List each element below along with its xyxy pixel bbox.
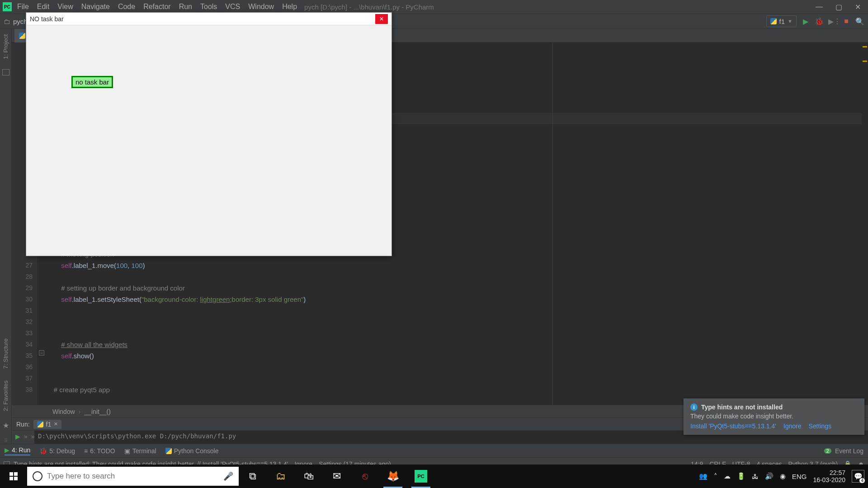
stop-button[interactable]: ■ [842, 17, 851, 25]
project-tool-tab[interactable]: 1: Project [2, 33, 9, 61]
system-tray: 👥 ˄ ☁ 🔋 🖧 🔊 ◉ ENG 22:5716-03-2020 💬4 [699, 469, 868, 483]
debug-button[interactable]: 🐞 [815, 17, 824, 26]
tool-todo[interactable]: ≡6: TODO [84, 447, 115, 455]
menu-tools[interactable]: Tools [200, 3, 217, 11]
notif-title: Type hints are not installed [701, 404, 783, 411]
favorites-tool-tab[interactable]: 2: Favorites [2, 379, 9, 413]
breadcrumb-root[interactable]: pych [13, 18, 28, 25]
menu-edit[interactable]: Edit [37, 3, 50, 11]
taskbar-mail[interactable]: ✉ [323, 465, 351, 488]
search-input[interactable] [47, 472, 219, 481]
cortana-icon [33, 471, 42, 481]
pycharm-icon: PC [3, 2, 12, 11]
taskbar-store[interactable]: 🛍 [295, 465, 323, 488]
menu-help[interactable]: Help [282, 3, 297, 11]
close-icon[interactable]: ✕ [855, 3, 861, 11]
taskbar-firefox[interactable]: 🦊 [379, 465, 407, 488]
tool-debug[interactable]: 🐞5: Debug [39, 447, 75, 455]
fold-marker[interactable]: – [39, 350, 44, 356]
taskbar-file-explorer[interactable]: 🗂 [267, 465, 295, 488]
crumb-func[interactable]: __init__() [84, 408, 110, 415]
tool-event-log[interactable]: Event Log [835, 447, 863, 455]
notif-install-link[interactable]: Install 'PyQt5-stubs==5.13.1.4' [690, 422, 776, 430]
taskbar-app[interactable]: ⎋ [351, 465, 379, 488]
dialog-close-button[interactable]: ✕ [375, 14, 388, 24]
tray-volume-icon[interactable]: 🔊 [765, 472, 774, 480]
menu-vcs[interactable]: VCS [225, 3, 240, 11]
search-everywhere-button[interactable]: 🔍 [855, 17, 864, 26]
run-button[interactable]: ▶ [801, 17, 810, 26]
task-view-button[interactable]: ⧉ [239, 465, 267, 488]
tool-terminal[interactable]: ▣Terminal [124, 447, 156, 455]
run-config-name: f1 [779, 18, 785, 25]
menu-refactor[interactable]: Refactor [143, 3, 170, 11]
tray-language[interactable]: ENG [792, 473, 807, 480]
qt-dialog[interactable]: NO task bar ✕ no task bar [26, 12, 392, 256]
tool-run[interactable]: ▶4: Run [5, 446, 30, 455]
pycharm-icon: PC [415, 470, 427, 483]
star-icon: ★ [3, 421, 9, 430]
run-tab[interactable]: f1 ✕ [33, 420, 62, 429]
more-icon[interactable]: » [24, 433, 28, 440]
chevron-down-icon: ▼ [788, 19, 793, 24]
tray-onedrive-icon[interactable]: ☁ [724, 472, 731, 480]
tray-battery-icon[interactable]: 🔋 [737, 472, 745, 480]
mic-icon[interactable]: 🎤 [223, 471, 233, 481]
tray-network-icon[interactable]: 🖧 [752, 473, 759, 480]
tray-chevron-up-icon[interactable]: ˄ [714, 472, 717, 480]
structure-tool-tab[interactable]: 7: Structure [2, 337, 9, 371]
windows-taskbar: 🎤 ⧉ 🗂 🛍 ✉ ⎋ 🦊 PC 👥 ˄ ☁ 🔋 🖧 🔊 ◉ ENG 22:57… [0, 465, 868, 488]
python-file-icon [19, 33, 25, 39]
rerun-button[interactable]: ▶ [15, 433, 20, 440]
python-icon [37, 421, 43, 427]
tab-close-icon[interactable]: ✕ [54, 421, 58, 427]
tray-people-icon[interactable]: 👥 [699, 472, 708, 480]
bottom-tool-strip: ▶4: Run 🐞5: Debug ≡6: TODO ▣Terminal Pyt… [0, 444, 868, 457]
window-title: pych [D:\pych] - ...\bhuvan\f1.py - PyCh… [304, 3, 434, 11]
notif-settings-link[interactable]: Settings [809, 422, 832, 430]
taskbar-pycharm[interactable]: PC [407, 465, 435, 488]
notif-body: They could make code insight better. [690, 413, 858, 420]
tool-python-console[interactable]: Python Console [165, 447, 219, 455]
dialog-title: NO task bar [30, 15, 64, 23]
start-button[interactable] [0, 465, 27, 488]
crumb-class[interactable]: Window [52, 408, 75, 415]
action-center-button[interactable]: 💬4 [852, 470, 864, 483]
chevron-right-icon: › [79, 408, 81, 415]
menu-window[interactable]: Window [248, 3, 274, 11]
menu-navigate[interactable]: Navigate [81, 3, 110, 11]
taskbar-search[interactable]: 🎤 [27, 467, 239, 486]
run-label: Run: [16, 421, 30, 428]
error-stripe[interactable] [862, 42, 868, 405]
event-count-badge: 2 [824, 448, 831, 454]
minimize-icon[interactable]: — [816, 3, 823, 11]
tray-clock[interactable]: 22:5716-03-2020 [813, 469, 845, 483]
dialog-label: no task bar [71, 76, 113, 88]
dialog-titlebar[interactable]: NO task bar ✕ [26, 13, 392, 25]
run-config-selector[interactable]: f1 ▼ [766, 15, 797, 27]
notification-popup: iType hints are not installed They could… [684, 399, 864, 435]
menu-run[interactable]: Run [179, 3, 192, 11]
menu-code[interactable]: Code [118, 3, 135, 11]
folder-icon: 🗀 [4, 18, 10, 25]
maximize-icon[interactable]: ▢ [835, 3, 842, 11]
menu-file[interactable]: File [17, 3, 29, 11]
python-icon [770, 18, 777, 24]
info-icon: i [690, 404, 698, 411]
menu-view[interactable]: View [57, 3, 73, 11]
left-tool-strip: 1: Project 7: Structure 2: Favorites ★ ⠿ [0, 29, 12, 444]
tool-icon[interactable] [2, 69, 9, 75]
coverage-button[interactable]: ▶⋮ [828, 17, 837, 26]
windows-logo-icon [9, 472, 18, 480]
tray-location-icon[interactable]: ◉ [780, 472, 786, 480]
titlebar: PC File Edit View Navigate Code Refactor… [0, 0, 868, 14]
notif-ignore-link[interactable]: Ignore [783, 422, 802, 430]
main-menu: File Edit View Navigate Code Refactor Ru… [17, 3, 297, 11]
run-toolbar: ▶ » » [12, 431, 34, 444]
